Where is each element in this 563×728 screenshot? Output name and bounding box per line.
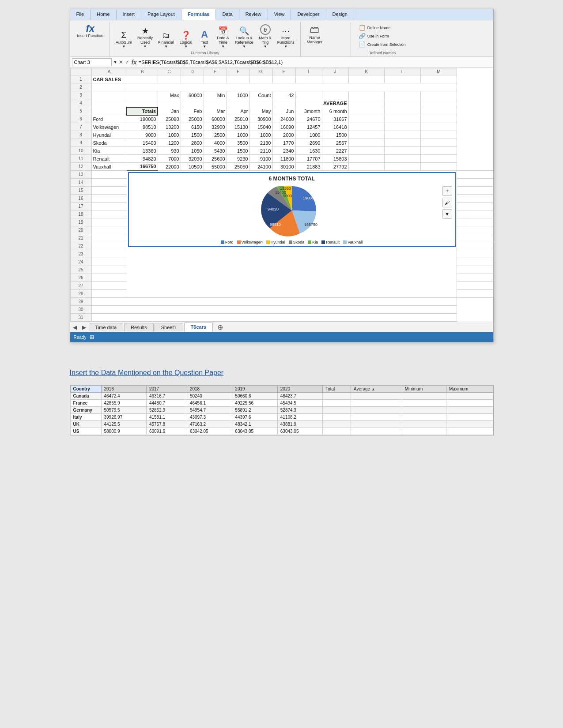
- cell-c3[interactable]: Max: [158, 91, 181, 99]
- cell-l10[interactable]: [385, 147, 421, 155]
- col-header-d[interactable]: D: [181, 68, 204, 75]
- cell-c1[interactable]: [158, 75, 181, 83]
- cell-h9[interactable]: 1770: [272, 139, 295, 147]
- cell-m6[interactable]: [421, 115, 457, 123]
- recently-used-button[interactable]: ★ RecentlyUsed ▼: [135, 26, 155, 50]
- cell-g7[interactable]: 15040: [249, 123, 272, 131]
- sheet-tab-add-button[interactable]: ⊕: [214, 323, 227, 331]
- cell-f5[interactable]: Apr: [227, 107, 249, 115]
- cell-a11[interactable]: Renault: [91, 155, 127, 163]
- cell-i3[interactable]: [295, 91, 322, 99]
- cell-e9[interactable]: 4000: [204, 139, 227, 147]
- cell-e7[interactable]: 32900: [204, 123, 227, 131]
- cell-a14[interactable]: [91, 179, 127, 187]
- cell-a3[interactable]: [91, 91, 127, 99]
- table-row[interactable]: [402, 407, 446, 414]
- sheet-tab-sheet1[interactable]: Sheet1: [155, 323, 183, 331]
- table-row[interactable]: Germany: [70, 407, 101, 414]
- cell-empty-20k[interactable]: [457, 226, 493, 234]
- cell-a31[interactable]: [91, 314, 457, 322]
- cell-l8[interactable]: [385, 131, 421, 139]
- tab-page-layout[interactable]: Page Layout: [141, 9, 181, 20]
- cell-a10[interactable]: Kia: [91, 147, 127, 155]
- cell-g4[interactable]: [249, 99, 272, 107]
- cell-b3[interactable]: [127, 91, 158, 99]
- cell-f8[interactable]: 1000: [227, 131, 249, 139]
- cell-a7[interactable]: Volkswagen: [91, 123, 127, 131]
- table-row[interactable]: 50660.6: [232, 393, 277, 400]
- cell-d9[interactable]: 2800: [181, 139, 204, 147]
- cell-g9[interactable]: 2130: [249, 139, 272, 147]
- math-trig-button[interactable]: θ Math &Trig ▼: [257, 23, 274, 50]
- cell-j8[interactable]: 1500: [322, 131, 348, 139]
- cell-b6[interactable]: 190000: [127, 115, 158, 123]
- text-button[interactable]: A Text ▼: [196, 28, 213, 50]
- cell-g5[interactable]: May: [249, 107, 272, 115]
- table-row[interactable]: 63042.05: [187, 428, 232, 435]
- cell-j10[interactable]: 2227: [322, 147, 348, 155]
- cell-k10[interactable]: [348, 147, 385, 155]
- define-name-button[interactable]: 📋 Define Name: [357, 24, 407, 31]
- table-row[interactable]: 63043.05: [232, 428, 277, 435]
- table-row[interactable]: [446, 393, 493, 400]
- cell-f7[interactable]: 15130: [227, 123, 249, 131]
- cell-g8[interactable]: 1000: [249, 131, 272, 139]
- table-row[interactable]: [351, 421, 402, 428]
- logical-button[interactable]: ❓ Logical ▼: [177, 30, 195, 50]
- cell-a18[interactable]: [91, 210, 127, 218]
- cell-l12[interactable]: [385, 163, 421, 171]
- cell-j11[interactable]: 15803: [322, 155, 348, 163]
- table-row[interactable]: [351, 400, 402, 407]
- table-row[interactable]: 49225.56: [232, 400, 277, 407]
- cell-h5[interactable]: Jun: [272, 107, 295, 115]
- table-row[interactable]: 43097.3: [187, 414, 232, 421]
- cell-m11[interactable]: [421, 155, 457, 163]
- cell-m9[interactable]: [421, 139, 457, 147]
- table-row[interactable]: [402, 414, 446, 421]
- cell-f3[interactable]: 1000: [227, 91, 249, 99]
- cell-b10[interactable]: 13360: [127, 147, 158, 155]
- cell-empty-21k[interactable]: [457, 234, 493, 242]
- cell-l3[interactable]: [385, 91, 421, 99]
- table-row[interactable]: [446, 414, 493, 421]
- table-row[interactable]: [351, 414, 402, 421]
- cell-a20[interactable]: [91, 226, 127, 234]
- cell-a24[interactable]: [91, 258, 127, 266]
- cell-b8[interactable]: 9000: [127, 131, 158, 139]
- cell-l4[interactable]: [385, 99, 421, 107]
- insert-function-button[interactable]: fx Insert Function: [75, 22, 106, 40]
- cell-c10[interactable]: 930: [158, 147, 181, 155]
- cell-a15[interactable]: [91, 187, 127, 195]
- cell-empty-15k[interactable]: [457, 187, 493, 195]
- cell-b2[interactable]: [127, 83, 457, 91]
- table-row[interactable]: 44397.6: [232, 414, 277, 421]
- chart-3[interactable]: 6 MONTHS TOTAL: [128, 172, 456, 247]
- table-row[interactable]: 46456.1: [187, 400, 232, 407]
- cell-d12[interactable]: 10500: [181, 163, 204, 171]
- sort-arrow-icon[interactable]: ▲: [371, 387, 375, 391]
- more-functions-button[interactable]: ⋯ MoreFunctions ▼: [275, 26, 297, 50]
- sheet-tab-results[interactable]: Results: [124, 323, 154, 331]
- table-row[interactable]: [351, 428, 402, 435]
- cell-k9[interactable]: [348, 139, 385, 147]
- cell-d11[interactable]: 32090: [181, 155, 204, 163]
- table-row[interactable]: [323, 407, 351, 414]
- table-row[interactable]: [446, 428, 493, 435]
- tab-developer[interactable]: Developer: [291, 9, 326, 20]
- table-row[interactable]: [402, 421, 446, 428]
- cell-a2[interactable]: [91, 83, 127, 91]
- cell-c5[interactable]: Jan: [158, 107, 181, 115]
- cell-d10[interactable]: 1050: [181, 147, 204, 155]
- table-row[interactable]: 44480.7: [146, 400, 187, 407]
- table-row[interactable]: [323, 414, 351, 421]
- cell-k12[interactable]: [348, 163, 385, 171]
- table-row[interactable]: [402, 400, 446, 407]
- cell-h1[interactable]: [272, 75, 295, 83]
- cell-j9[interactable]: 2567: [322, 139, 348, 147]
- tab-file[interactable]: File: [70, 9, 91, 20]
- name-manager-button[interactable]: 🗃 NameManager: [304, 22, 325, 46]
- cell-k5[interactable]: [348, 107, 385, 115]
- table-row[interactable]: 50579.5: [101, 407, 146, 414]
- cell-k4[interactable]: [348, 99, 385, 107]
- cell-j1[interactable]: [322, 75, 348, 83]
